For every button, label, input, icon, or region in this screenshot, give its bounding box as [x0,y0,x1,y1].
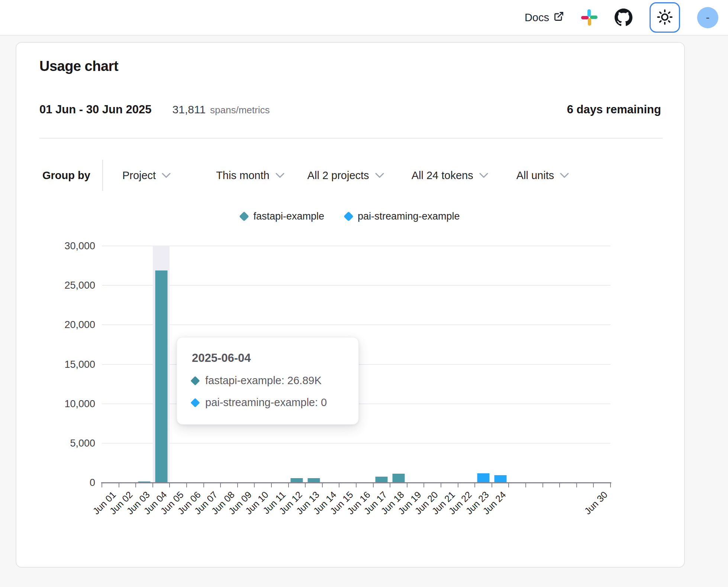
sun-icon [656,9,673,27]
page-title: Usage chart [39,58,118,74]
github-icon[interactable] [615,9,632,26]
x-axis-tick [390,483,390,487]
chevron-down-icon [560,173,569,178]
x-axis-tick [458,483,458,487]
legend-diamond-icon [344,211,354,221]
x-axis-tick [220,483,221,487]
chevron-down-icon [479,173,488,178]
chart-tooltip: 2025-06-04 fastapi-example: 26.89Kpai-st… [177,337,359,425]
date-range: 01 Jun - 30 Jun 2025 [39,103,152,116]
total-unit: spans/metrics [210,104,270,116]
x-axis-tick [152,483,153,487]
x-axis-tick [508,483,509,487]
legend-label: fastapi-example [253,211,324,222]
y-axis-label: 20,000 [40,319,95,331]
docs-link[interactable]: Docs [525,11,564,24]
chart-band-jun-19[interactable] [407,246,424,483]
dropdown-value: All units [516,169,554,182]
external-link-icon [554,11,564,24]
x-axis-tick [339,483,339,487]
legend-item-pai-streaming-example[interactable]: pai-streaming-example [345,211,460,222]
y-axis-label: 10,000 [40,398,95,410]
tooltip-date: 2025-06-04 [192,351,344,365]
chart-band-jun-20[interactable] [424,246,441,483]
filter-separator [102,160,103,191]
chart-band-jun-04[interactable] [153,246,170,483]
section-divider [39,138,663,139]
dropdown-value: Project [122,169,156,182]
x-axis-tick [322,483,323,487]
x-axis-tick [186,483,187,487]
chart-band-jun-03[interactable] [136,246,153,483]
y-axis-label: 0 [40,477,95,489]
x-axis-tick [423,483,424,487]
chart-band-jun-28[interactable] [560,246,577,483]
bar-pai-streaming-example[interactable] [494,475,506,483]
x-axis-tick [119,483,119,487]
avatar[interactable]: - [697,7,718,28]
tooltip-row: pai-streaming-example: 0 [192,396,344,409]
chevron-down-icon [276,173,284,178]
x-axis-tick [203,483,204,487]
chart-band-jun-30[interactable] [593,246,611,483]
projects-dropdown[interactable]: All 2 projects [307,169,384,182]
x-axis-tick [441,483,441,487]
chart-band-jun-25[interactable] [509,246,526,483]
slack-icon[interactable] [581,9,597,26]
x-axis-tick [474,483,475,487]
bar-pai-streaming-example[interactable] [477,473,489,483]
x-axis-tick [593,483,594,487]
x-axis-tick [271,483,272,487]
tooltip-series-value: pai-streaming-example: 0 [205,396,327,409]
x-axis-tick [237,483,238,487]
topbar: Docs [0,0,728,36]
tooltip-diamond-icon [190,376,200,385]
bar-fastapi-example[interactable] [155,270,167,483]
x-axis-tick [610,483,611,487]
theme-toggle-button[interactable] [650,2,680,33]
tooltip-diamond-icon [190,398,200,407]
docs-label: Docs [525,12,549,24]
chart-band-jun-01[interactable] [102,246,119,483]
x-axis-tick [407,483,408,487]
chart-band-jun-24[interactable] [492,246,509,483]
chart-band-jun-02[interactable] [119,246,136,483]
usage-card: Usage chart 01 Jun - 30 Jun 2025 31,811 … [16,42,685,568]
group-by-label: Group by [42,169,90,182]
chart-band-jun-17[interactable] [373,246,390,483]
x-axis-tick [542,483,543,487]
y-axis-label: 25,000 [40,280,95,291]
tooltip-series-value: fastapi-example: 26.89K [205,374,322,387]
chevron-down-icon [375,173,384,178]
legend-item-fastapi-example[interactable]: fastapi-example [241,211,324,222]
x-axis-tick [288,483,289,487]
x-axis-tick [135,483,136,487]
dropdown-value: All 2 projects [307,169,369,182]
chart-band-jun-29[interactable] [577,246,594,483]
x-axis-tick [356,483,357,487]
bar-fastapi-example[interactable] [376,477,388,483]
chart-band-jun-18[interactable] [390,246,407,483]
usage-meta-row: 01 Jun - 30 Jun 2025 31,811 spans/metric… [39,103,661,116]
chart-band-jun-23[interactable] [475,246,492,483]
days-remaining: 6 days remaining [567,103,661,116]
y-axis-label: 15,000 [40,359,95,370]
x-axis-tick [525,483,526,487]
chart-band-jun-27[interactable] [543,246,560,483]
tooltip-row: fastapi-example: 26.89K [192,374,344,387]
filter-row: Group by Project This month All 2 projec… [42,160,569,191]
units-dropdown[interactable]: All units [516,169,569,182]
period-dropdown[interactable]: This month [216,169,284,182]
dropdown-value: All 24 tokens [412,169,473,182]
chart-band-jun-22[interactable] [458,246,475,483]
x-axis-tick [559,483,560,487]
bar-fastapi-example[interactable] [392,474,405,483]
legend-diamond-icon [239,211,249,221]
tokens-dropdown[interactable]: All 24 tokens [412,169,488,182]
x-axis-tick [102,483,102,487]
group-by-dropdown[interactable]: Project [122,169,171,182]
chart-band-jun-26[interactable] [526,246,543,483]
legend-label: pai-streaming-example [358,211,460,222]
chart-band-jun-21[interactable] [441,246,458,483]
chart-legend: fastapi-examplepai-streaming-example [16,211,684,222]
